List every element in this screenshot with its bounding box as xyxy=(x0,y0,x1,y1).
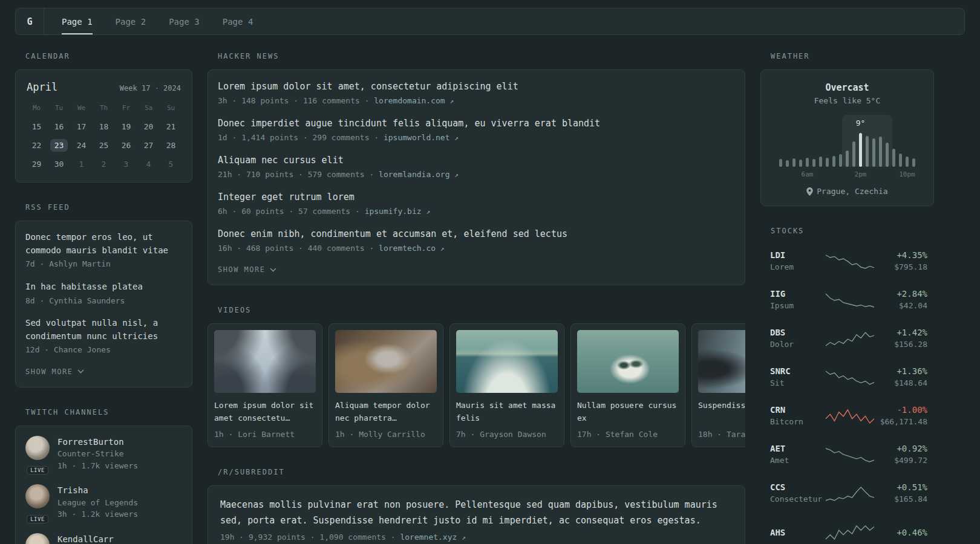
external-link-icon: ↗ xyxy=(454,171,459,179)
stock-symbol: IIG xyxy=(770,289,825,299)
stock-values: +4.35%$795.18 xyxy=(875,250,927,273)
hn-item-domain[interactable]: loremdomain.com ↗ xyxy=(374,96,454,105)
weather-bar xyxy=(812,159,815,167)
video-thumbnail[interactable] xyxy=(456,330,558,393)
calendar-day-number: 21 xyxy=(162,120,180,133)
stock-row[interactable]: CRNBitcorn-1.00%$66,171.48 xyxy=(770,401,924,432)
calendar-day-header: We xyxy=(70,99,93,116)
twitch-channel[interactable]: LIVETrishaLeague of Legends3h · 1.2k vie… xyxy=(25,484,182,520)
rss-item-meta: 8d · Cynthia Saunders xyxy=(25,295,182,307)
stocks-widget: STOCKS LDILorem+4.35%$795.18IIGIpsum+2.8… xyxy=(760,227,934,544)
video-card[interactable]: Nullam posuere cursus ex17h · Stefan Col… xyxy=(570,323,685,447)
stock-name: Sit xyxy=(770,377,825,389)
rss-show-more-button[interactable]: SHOW MORE xyxy=(25,366,84,377)
stock-row[interactable]: LDILorem+4.35%$795.18 xyxy=(770,247,924,277)
video-meta: 18h · Tara xyxy=(698,429,745,441)
rss-item-title[interactable]: In hac habitasse platea xyxy=(25,280,182,294)
rss-item[interactable]: In hac habitasse platea8d · Cynthia Saun… xyxy=(25,280,182,306)
rss-item-title[interactable]: Donec tempor eros leo, ut commodo mauris… xyxy=(25,231,182,257)
stock-row[interactable]: IIGIpsum+2.84%$42.04 xyxy=(770,285,924,316)
tab-page-4[interactable]: Page 4 xyxy=(223,8,253,34)
subreddit-post-domain[interactable]: loremnet.xyz ↗ xyxy=(400,533,465,542)
calendar-top-row: April Week 17 · 2024 xyxy=(25,80,182,99)
video-card[interactable]: Lorem ipsum dolor sit amet consectetu…1h… xyxy=(207,323,322,447)
hn-item-domain[interactable]: ipsumworld.net ↗ xyxy=(384,133,459,142)
tab-page-2[interactable]: Page 2 xyxy=(116,8,146,34)
stock-change: +1.42% xyxy=(875,328,927,337)
hn-item-title[interactable]: Aliquam nec cursus elit xyxy=(218,154,735,167)
video-title[interactable]: Aliquam tempor dolor nec pharetra… xyxy=(335,399,437,424)
sparkline-chart xyxy=(825,523,875,542)
twitch-channel-info: ForrestBurtonCounter-Strike1h · 1.7k vie… xyxy=(57,436,138,471)
stock-price: $499.72 xyxy=(875,455,927,467)
weather-bars: 9° xyxy=(771,115,924,167)
video-title[interactable]: Suspendisse diam xyxy=(698,399,745,424)
hn-item-title[interactable]: Lorem ipsum dolor sit amet, consectetur … xyxy=(218,80,735,94)
hn-item-title[interactable]: Integer eget rutrum lorem xyxy=(218,190,735,204)
video-thumbnail[interactable] xyxy=(698,330,745,393)
weather-time-label: 6am xyxy=(802,170,814,178)
stock-id: CCSConsectetur xyxy=(770,482,825,505)
left-column: CALENDAR April Week 17 · 2024 MoTuWeThFr… xyxy=(15,52,192,544)
stock-row[interactable]: CCSConsectetur+0.51%$165.84 xyxy=(770,479,924,509)
subreddit-post-title[interactable]: Maecenas mollis pulvinar erat non posuer… xyxy=(220,497,733,529)
twitch-channel-name[interactable]: KendallCarr xyxy=(57,533,114,544)
video-title[interactable]: Mauris sit amet massa felis xyxy=(456,399,558,424)
hn-item-title[interactable]: Donec enim nibh, condimentum et accumsan… xyxy=(218,227,735,241)
calendar-card: April Week 17 · 2024 MoTuWeThFrSaSu15161… xyxy=(15,70,192,183)
calendar-day: 1 xyxy=(70,155,93,172)
calendar-week: Week 17 xyxy=(120,84,151,92)
hn-item-domain[interactable]: ipsumify.biz ↗ xyxy=(365,207,430,216)
sparkline-chart xyxy=(825,291,875,309)
rss-item-meta: 12d · Chance Jones xyxy=(25,344,182,356)
tab-page-1[interactable]: Page 1 xyxy=(62,8,93,34)
videos-widget: VIDEOS Lorem ipsum dolor sit amet consec… xyxy=(207,306,745,447)
rss-item[interactable]: Donec tempor eros leo, ut commodo mauris… xyxy=(25,231,182,270)
right-column: WEATHER Overcast Feels like 5°C 9° 6am2p… xyxy=(760,52,934,544)
hn-item-title[interactable]: Donec imperdiet augue tincidunt felis al… xyxy=(218,117,735,131)
stock-name: Lorem xyxy=(770,261,825,273)
stock-row[interactable]: AHS+0.46% xyxy=(770,517,924,544)
stock-row[interactable]: AETAmet+0.92%$499.72 xyxy=(770,440,924,470)
stock-id: CRNBitcorn xyxy=(770,405,825,428)
calendar-day: 27 xyxy=(137,137,160,154)
video-title[interactable]: Nullam posuere cursus ex xyxy=(577,399,679,424)
stock-price: $165.84 xyxy=(875,493,927,505)
video-card[interactable]: Suspendisse diam18h · Tara xyxy=(691,323,745,447)
stock-symbol: AHS xyxy=(770,528,825,537)
stock-row[interactable]: SNRCSit+1.36%$148.64 xyxy=(770,363,924,393)
external-link-icon: ↗ xyxy=(426,208,430,216)
calendar-week-label: Week 17 · 2024 xyxy=(120,84,181,92)
video-card[interactable]: Mauris sit amet massa felis7h · Grayson … xyxy=(449,323,564,447)
hn-item-domain[interactable]: loremtech.co ↗ xyxy=(379,244,444,253)
sparkline-chart xyxy=(825,369,875,387)
stock-id: SNRCSit xyxy=(770,366,825,389)
stock-symbol: LDI xyxy=(770,250,825,260)
video-thumbnail[interactable] xyxy=(335,330,437,393)
twitch-channel[interactable]: LIVEForrestBurtonCounter-Strike1h · 1.7k… xyxy=(25,436,182,471)
topbar: G Page 1Page 2Page 3Page 4 xyxy=(15,8,965,35)
tab-page-3[interactable]: Page 3 xyxy=(169,8,200,34)
twitch-avatar-wrap: LIVE xyxy=(25,533,50,544)
calendar-day: 30 xyxy=(48,155,70,172)
external-link-icon: ↗ xyxy=(450,97,454,105)
rss-item-title[interactable]: Sed volutpat nulla nisl, a condimentum n… xyxy=(25,317,182,343)
calendar-day-number: 25 xyxy=(95,139,113,152)
stock-row[interactable]: DBSDolor+1.42%$156.28 xyxy=(770,324,924,354)
video-card[interactable]: Aliquam tempor dolor nec pharetra…1h · M… xyxy=(328,323,443,447)
rss-item-meta: 7d · Ashlyn Martin xyxy=(25,258,182,270)
twitch-channel-name[interactable]: Trisha xyxy=(57,484,138,496)
hn-item-domain[interactable]: loremlandia.org ↗ xyxy=(379,170,459,179)
hn-item-meta: 6h · 60 points · 57 comments · ipsumify.… xyxy=(218,206,735,218)
video-title[interactable]: Lorem ipsum dolor sit amet consectetu… xyxy=(214,399,316,424)
video-thumbnail[interactable] xyxy=(214,330,316,393)
video-thumbnail[interactable] xyxy=(577,330,679,393)
twitch-channel-name[interactable]: ForrestBurton xyxy=(57,436,138,448)
twitch-channel[interactable]: LIVEKendallCarr xyxy=(25,533,182,544)
logo[interactable]: G xyxy=(16,8,44,34)
calendar-day: 16 xyxy=(48,118,70,135)
hn-show-more-button[interactable]: SHOW MORE xyxy=(218,264,276,275)
twitch-channel-game: League of Legends xyxy=(57,497,138,509)
rss-item[interactable]: Sed volutpat nulla nisl, a condimentum n… xyxy=(25,317,182,356)
stock-symbol: CCS xyxy=(770,482,825,492)
